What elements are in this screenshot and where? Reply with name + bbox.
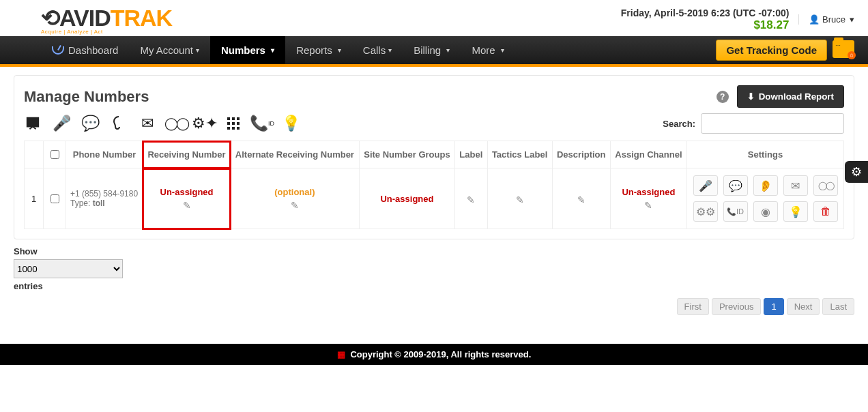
entries-label: entries [14, 281, 854, 291]
edit-icon[interactable]: ✎ [467, 194, 475, 205]
row-type-label: Type: [70, 198, 90, 208]
svg-rect-0 [227, 117, 230, 120]
nav-dashboard[interactable]: Dashboard [41, 36, 129, 64]
col-alt-receiving[interactable]: Alternate Receiving Number [231, 141, 360, 168]
row-alt-receiving: (optional) [274, 187, 315, 197]
mail-icon[interactable]: ✉ [139, 115, 156, 132]
caret-down-icon: ▾ [446, 46, 450, 54]
help-icon[interactable]: ? [717, 91, 729, 103]
caller-id-icon[interactable]: 📞ID [253, 115, 271, 132]
row-checkbox[interactable] [50, 194, 59, 203]
caret-down-icon: ▾ [501, 46, 504, 54]
table-row: 1 +1 (855) 584-9180 Type: toll Un-assign… [25, 168, 844, 229]
setting-bulb-button[interactable]: 💡 [783, 201, 808, 222]
balance: $18.27 [621, 18, 790, 32]
caret-down-icon: ▾ [196, 46, 199, 54]
svg-rect-4 [232, 122, 235, 125]
numbers-table: Phone Number Receiving Number Alternate … [24, 141, 844, 229]
call-forward-icon[interactable] [24, 115, 42, 132]
nav-dashboard-label: Dashboard [68, 44, 118, 56]
top-bar: ⟲AVIDTRAK Acquire | Analyze | Act Friday… [0, 0, 868, 36]
user-icon: 👤 [809, 14, 820, 25]
setting-voicemail-button[interactable]: ◯◯ [813, 175, 838, 196]
panel: Manage Numbers ? ⬇ Download Report 🎤 💬 ✉… [14, 75, 854, 239]
row-index: 1 [25, 168, 44, 229]
col-channel[interactable]: Assign Channel [610, 141, 686, 168]
setting-mic-button[interactable]: 🎤 [693, 175, 718, 196]
pager: First Previous 1 Next Last [677, 298, 854, 315]
col-description[interactable]: Description [552, 141, 610, 168]
svg-rect-2 [237, 117, 240, 120]
nav-my-account[interactable]: My Account▾ [129, 36, 210, 64]
nav-calls-label: Calls [363, 44, 386, 56]
row-receiving: Un-assigned [160, 187, 214, 197]
pager-next[interactable]: Next [787, 298, 820, 315]
nav-numbers-label: Numbers [221, 44, 265, 56]
get-tracking-code-button[interactable]: Get Tracking Code [716, 40, 827, 61]
pager-page-1[interactable]: 1 [764, 298, 783, 315]
search-input[interactable] [701, 113, 844, 134]
datetime: Friday, April-5-2019 6:23 (UTC -07:00) [621, 8, 790, 18]
microphone-icon[interactable]: 🎤 [53, 115, 70, 132]
nav-reports[interactable]: Reports ▾ [285, 36, 352, 64]
nav-billing-label: Billing [414, 44, 441, 56]
col-receiving[interactable]: Receiving Number [143, 141, 230, 168]
setting-ear-button[interactable]: 👂 [753, 175, 778, 196]
col-tactics[interactable]: Tactics Label [487, 141, 552, 168]
edit-icon[interactable]: ✎ [577, 194, 585, 205]
select-all-checkbox[interactable] [50, 150, 59, 159]
voicemail-icon[interactable]: ◯◯ [167, 115, 185, 132]
nav-calls[interactable]: Calls▾ [352, 36, 403, 64]
user-menu[interactable]: 👤 Bruce ▾ [798, 14, 854, 25]
pager-last[interactable]: Last [822, 298, 854, 315]
edit-icon[interactable]: ✎ [516, 194, 524, 205]
svg-rect-1 [232, 117, 235, 120]
col-label[interactable]: Label [455, 141, 487, 168]
setting-gears-button[interactable]: ⚙⚙ [693, 201, 718, 222]
col-phone[interactable]: Phone Number [66, 141, 143, 168]
setting-chat-button[interactable]: 💬 [723, 175, 748, 196]
nav-numbers[interactable]: Numbers ▾ [210, 36, 285, 64]
pager-prev[interactable]: Previous [712, 298, 762, 315]
chat-icon[interactable]: 💬 [81, 115, 99, 132]
setting-disc-button[interactable]: ◉ [753, 201, 778, 222]
download-report-label: Download Report [759, 91, 834, 102]
floating-settings-button[interactable]: ⚙ [845, 161, 868, 183]
nav-more-label: More [472, 44, 495, 56]
edit-icon[interactable]: ✎ [644, 200, 652, 211]
col-settings: Settings [687, 141, 844, 168]
row-groups: Un-assigned [380, 194, 433, 204]
footer: ▦ Copyright © 2009-2019, All rights rese… [0, 344, 868, 365]
nav-reports-label: Reports [296, 44, 332, 56]
col-groups[interactable]: Site Number Groups [359, 141, 455, 168]
setting-delete-button[interactable]: 🗑 [813, 201, 838, 222]
toolbar: 🎤 💬 ✉ ◯◯ ⚙✦ 📞ID 💡 Search: [24, 113, 844, 134]
grid-icon[interactable] [225, 115, 242, 132]
caret-down-icon: ▾ [388, 46, 392, 54]
row-channel: Un-assigned [622, 187, 675, 197]
row-phone: +1 (855) 584-9180 [70, 189, 138, 198]
footer-text: Copyright © 2009-2019, All rights reserv… [350, 349, 531, 359]
svg-rect-5 [237, 122, 240, 125]
lightbulb-icon[interactable]: 💡 [282, 115, 300, 132]
svg-rect-7 [232, 127, 235, 130]
download-report-button[interactable]: ⬇ Download Report [737, 85, 844, 108]
nav-billing[interactable]: Billing ▾ [403, 36, 461, 64]
top-right: Friday, April-5-2019 6:23 (UTC -07:00) $… [621, 8, 854, 32]
gear-sparkle-icon[interactable]: ⚙✦ [196, 115, 214, 132]
svg-rect-6 [227, 127, 230, 130]
pager-first[interactable]: First [677, 298, 709, 315]
folder-home-icon[interactable]: ⋯⌂ [833, 40, 854, 58]
setting-mail-button[interactable]: ✉ [783, 175, 808, 196]
download-icon: ⬇ [747, 91, 755, 102]
search-label: Search: [663, 119, 695, 129]
nav-more[interactable]: More ▾ [461, 36, 515, 64]
page-size-select[interactable]: 1000 [14, 259, 123, 278]
edit-icon[interactable]: ✎ [291, 200, 299, 211]
setting-callerid-button[interactable]: 📞ID [723, 201, 748, 222]
ear-icon[interactable] [110, 115, 128, 132]
logo-mark: ⟲AVIDTRAK [41, 5, 172, 31]
svg-rect-8 [237, 127, 240, 130]
edit-icon[interactable]: ✎ [183, 200, 191, 211]
table-footer: Show 1000 entries First Previous 1 Next … [14, 246, 854, 315]
